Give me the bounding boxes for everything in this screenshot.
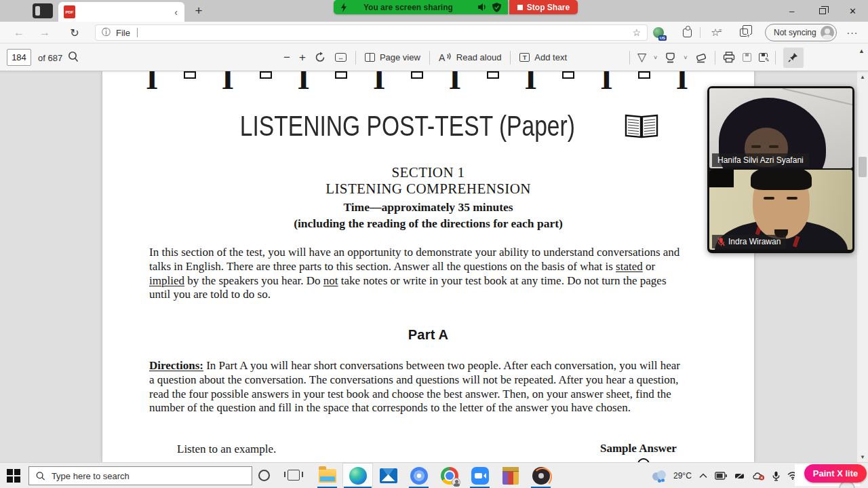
add-favorite-star-icon[interactable]: ☆	[632, 27, 641, 38]
avatar	[821, 26, 834, 39]
restore-button[interactable]	[807, 0, 837, 22]
weather-icon[interactable]	[652, 471, 666, 481]
print-icon[interactable]	[723, 52, 735, 63]
save-as-icon[interactable]: ✎	[759, 53, 768, 62]
temperature-label[interactable]: 29°C	[673, 471, 692, 481]
search-icon[interactable]	[68, 51, 79, 63]
draw-options-chevron-icon[interactable]: ˅	[654, 54, 657, 61]
close-button[interactable]: ✕	[837, 0, 868, 22]
pdf-page: IIIIIIII LISTENING POST-TEST (Paper) SEC…	[102, 71, 754, 462]
vertical-tabs-button[interactable]	[33, 3, 53, 18]
part-a-heading: Part A	[102, 327, 754, 343]
participant-video-1[interactable]: Hanifa Silvi Azri Syafani	[709, 88, 852, 168]
zoom-out-icon[interactable]: −	[283, 52, 290, 63]
stop-share-button[interactable]: Stop Share	[509, 0, 578, 14]
toolbar-divider	[629, 51, 630, 64]
taskbar-search[interactable]	[28, 466, 252, 485]
highlight-icon[interactable]	[665, 52, 676, 63]
microphone-icon[interactable]	[772, 471, 780, 481]
task-view-icon[interactable]	[288, 470, 300, 481]
cutoff-letter: I	[676, 71, 688, 90]
search-icon	[36, 471, 45, 481]
file-explorer-icon[interactable]	[312, 463, 342, 488]
minimize-button[interactable]: –	[776, 0, 807, 22]
open-book-icon	[625, 113, 658, 140]
intro-paragraph: In this section of the test, you will ha…	[149, 246, 687, 302]
video-call-overlay: Hanifa Silvi Azri Syafani Indra Wirawan	[707, 86, 854, 253]
active-tab[interactable]: PDF ‹	[58, 2, 184, 22]
collapse-toolbar-icon[interactable]: ▲	[859, 48, 865, 54]
pdf-toolbar: of 687 − + ↔ Page view A Read aloud T	[0, 43, 868, 71]
add-text-icon: T	[519, 53, 530, 62]
answer-box	[562, 71, 574, 79]
pen-slash-icon[interactable]	[734, 472, 745, 480]
zoom-in-icon[interactable]: +	[299, 52, 306, 63]
cutoff-letter: I	[146, 71, 158, 90]
search-input[interactable]	[52, 471, 245, 481]
winrar-icon[interactable]	[495, 463, 526, 488]
tab-collapse-chevron[interactable]: ‹	[173, 7, 179, 18]
collections-icon[interactable]: +	[735, 24, 753, 41]
profile-sync-button[interactable]: Not syncing	[765, 24, 837, 41]
address-bar[interactable]: ⓘ File ☆	[95, 24, 648, 41]
section-heading: SECTION 1	[102, 164, 754, 181]
edge-icon[interactable]	[342, 463, 373, 488]
pin-toolbar-button[interactable]	[783, 48, 804, 68]
extensions-icon[interactable]	[678, 24, 696, 41]
tab-bar: PDF ‹ + You are screen sharing Stop Shar…	[0, 0, 868, 22]
bolt-icon	[340, 3, 347, 12]
section-subheading: LISTENING COMPREHENSION	[102, 181, 754, 198]
share-banner-body: You are screen sharing	[334, 0, 508, 14]
time-note: (including the reading of the directions…	[102, 217, 754, 231]
audio-icon[interactable]	[477, 3, 487, 12]
screen: PDF ‹ + You are screen sharing Stop Shar…	[0, 0, 868, 488]
page-number-input[interactable]	[7, 49, 31, 66]
toolbar-divider	[700, 27, 701, 38]
battery-icon[interactable]	[715, 472, 727, 480]
settings-menu-icon[interactable]: ···	[844, 24, 861, 41]
draw-pen-icon[interactable]: ▽	[637, 52, 646, 63]
vertical-scrollbar[interactable]: ▲ ▼	[857, 71, 868, 462]
favorites-icon[interactable]: ☆≡	[707, 24, 724, 41]
zoom-icon[interactable]	[465, 463, 495, 488]
scroll-down-icon[interactable]: ▼	[857, 451, 868, 462]
paint-x-lite-overlay[interactable]: Paint X lite	[804, 464, 867, 483]
scroll-up-icon[interactable]: ▲	[857, 71, 868, 82]
answer-box	[411, 71, 423, 79]
translate-us-icon[interactable]: US	[650, 24, 667, 41]
tray-chevron-up-icon[interactable]	[699, 473, 707, 478]
onedrive-error-icon[interactable]	[753, 472, 765, 481]
participant-video-2[interactable]: Indra Wirawan	[709, 170, 852, 250]
highlight-options-chevron-icon[interactable]: ˅	[684, 54, 687, 61]
taskbar: 29°C	[0, 462, 868, 488]
cutoff-letter: I	[524, 71, 536, 90]
restore-icon	[819, 8, 826, 14]
cutoff-letter: I	[373, 71, 385, 90]
document-title: LISTENING POST-TEST (Paper)	[239, 110, 574, 143]
fit-width-icon[interactable]: ↔	[335, 53, 347, 62]
scrollbar-thumb[interactable]	[859, 157, 867, 177]
page-total-label: of 687	[38, 53, 62, 63]
read-aloud-button[interactable]: A Read aloud	[439, 52, 502, 62]
cortana-icon[interactable]	[258, 470, 270, 481]
rotate-icon[interactable]	[315, 52, 326, 63]
info-icon[interactable]: ⓘ	[102, 26, 111, 39]
answer-box	[638, 71, 650, 79]
refresh-icon[interactable]: ↻	[65, 22, 84, 43]
add-text-button[interactable]: T Add text	[519, 52, 567, 62]
toolbar-divider	[775, 51, 776, 64]
forward-icon[interactable]: →	[35, 22, 54, 43]
security-shield-icon[interactable]	[492, 3, 501, 12]
chrome-icon[interactable]	[434, 463, 465, 488]
erase-icon[interactable]	[695, 52, 707, 63]
new-tab-button[interactable]: +	[190, 3, 208, 19]
start-button-icon[interactable]	[7, 469, 20, 483]
chromium-icon[interactable]	[403, 463, 434, 488]
directions-paragraph: Directions: In Part A you will hear shor…	[149, 359, 687, 415]
media-player-icon[interactable]	[526, 463, 556, 488]
back-icon[interactable]: ←	[9, 22, 28, 43]
cutoff-letter: I	[297, 71, 309, 90]
page-view-button[interactable]: Page view	[365, 52, 420, 62]
taskbar-apps	[312, 463, 556, 488]
mail-icon[interactable]	[373, 463, 403, 488]
